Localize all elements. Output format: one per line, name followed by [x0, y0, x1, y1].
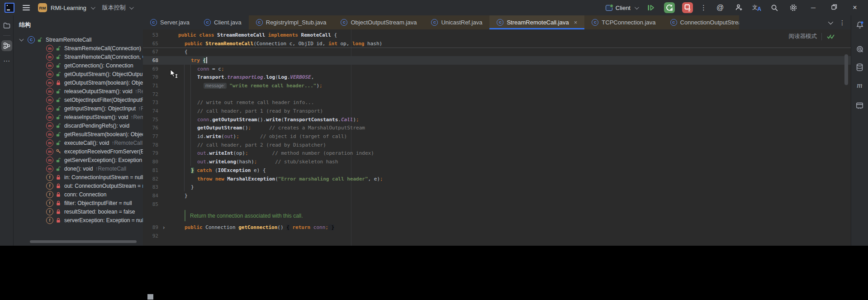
code-line[interactable]: 73// write out remote call header info..… [143, 99, 851, 107]
line-number[interactable]: 69 [143, 66, 158, 72]
structure-item[interactable]: mStreamRemoteCall(Connection, ObjID, int… [14, 52, 143, 61]
structure-item[interactable]: fin: ConnectionInputStream = null [14, 173, 143, 181]
ai-assistant-icon[interactable] [854, 43, 866, 55]
structure-item[interactable]: mreleaseInputStream(): void↑RemoteCall [14, 113, 143, 121]
line-number[interactable]: 70 [143, 74, 158, 80]
code-editor[interactable]: 53public class StreamRemoteCall implemen… [143, 29, 851, 246]
line-number[interactable]: 81 [143, 167, 158, 173]
notifications-bell-icon[interactable] [854, 19, 866, 31]
restore-button[interactable] [827, 4, 841, 11]
structure-item[interactable]: fout: ConnectionOutputStream = null [14, 181, 143, 190]
line-number[interactable]: 67 [143, 49, 158, 55]
device-explorer-icon[interactable] [854, 100, 866, 111]
tab-Client.java[interactable]: CClient.java [197, 15, 249, 29]
line-number[interactable]: 68 [143, 57, 158, 63]
line-number[interactable]: 92 [143, 233, 158, 239]
line-number[interactable]: 71 [143, 83, 158, 89]
line-number[interactable]: 74 [143, 108, 158, 114]
code-with-me-icon[interactable] [733, 2, 745, 14]
line-number[interactable]: 80 [143, 159, 158, 165]
tab-ObjectOutputStream.java[interactable]: CObjectOutputStream.java [333, 15, 424, 29]
structure-tool-icon[interactable] [1, 40, 12, 51]
tab-options-icon[interactable]: ⋮ [839, 19, 845, 26]
structure-item[interactable]: mgetOutputStream(): ObjectOutput↑RemoteC… [14, 70, 143, 78]
structure-item[interactable]: fserverException: Exception = null [14, 216, 143, 224]
editor-scrollbar[interactable] [844, 54, 848, 85]
tab-list-dropdown-icon[interactable] [828, 19, 833, 24]
database-icon[interactable] [854, 62, 866, 73]
line-number[interactable]: 75 [143, 117, 158, 123]
line-number[interactable]: 83 [143, 184, 158, 190]
rerun-button[interactable] [664, 2, 675, 13]
code-line[interactable]: 89›public Connection getConnection() { r… [143, 223, 851, 232]
line-number[interactable]: 76 [143, 125, 158, 131]
horizontal-scrollbar[interactable] [30, 240, 137, 243]
line-number[interactable]: 65 [143, 41, 158, 47]
settings-gear-icon[interactable] [787, 2, 799, 14]
code-line[interactable]: 92 [143, 232, 851, 240]
code-line[interactable]: 71message:"write remote call header...")… [143, 81, 851, 90]
code-line[interactable]: 70Transport.transportLog.log(Log.VERBOSE… [143, 73, 851, 81]
line-number[interactable]: 79 [143, 150, 158, 156]
structure-item[interactable]: ffilter: ObjectInputFilter = null [14, 199, 143, 207]
line-number[interactable]: 85 [143, 201, 158, 207]
line-number[interactable]: 53 [143, 32, 158, 38]
project-tool-icon[interactable] [1, 20, 12, 31]
minimize-button[interactable]: ─ [806, 4, 820, 11]
fold-marker-icon[interactable]: › [158, 225, 169, 230]
line-number[interactable]: 72 [143, 91, 158, 97]
code-line[interactable]: 78// call header, part 2 (read by Dispat… [143, 141, 851, 149]
tab-Server.java[interactable]: CServer.java [143, 15, 197, 29]
structure-item[interactable]: msetObjectInputFilter(ObjectInputFilter)… [14, 95, 143, 104]
code-line[interactable]: 77id.write(out); // object id (target of… [143, 132, 851, 141]
project-widget[interactable]: RM RMI-Learning [38, 3, 94, 12]
line-number[interactable]: 89 [143, 224, 158, 230]
code-line[interactable]: 53public class StreamRemoteCall implemen… [143, 31, 851, 39]
expand-chevron-icon[interactable] [19, 37, 24, 42]
run-configuration-widget[interactable]: Client [606, 5, 638, 11]
code-line[interactable]: 84} [143, 191, 851, 200]
structure-item[interactable]: fconn: Connection [14, 190, 143, 199]
structure-item[interactable]: mexecuteCall(): void↑RemoteCall [14, 138, 143, 147]
structure-item[interactable]: mgetInputStream(): ObjectInput↑RemoteCal… [14, 104, 143, 113]
translate-icon[interactable]: 文A [752, 4, 761, 12]
structure-item[interactable]: mdone(): void↑RemoteCall [14, 164, 143, 173]
structure-item[interactable]: fresultStarted: boolean = false [14, 207, 143, 216]
structure-item[interactable]: mexceptionReceivedFromServer(Exception):… [14, 147, 143, 156]
code-line[interactable]: 83} [143, 183, 851, 191]
code-line[interactable]: 82throw new MarshalException("Error mars… [143, 175, 851, 183]
structure-item[interactable]: mgetServerException(): Exception [14, 156, 143, 164]
line-number[interactable]: 82 [143, 176, 158, 182]
code-line[interactable]: 65public StreamRemoteCall(Connection c, … [143, 39, 851, 48]
code-line[interactable]: 85 [143, 200, 851, 209]
structure-item[interactable]: mgetConnection(): Connection [14, 61, 143, 70]
tab-UnicastRef.java[interactable]: CUnicastRef.java [424, 15, 489, 29]
maven-icon[interactable]: m [854, 80, 866, 91]
line-number[interactable]: 78 [143, 142, 158, 148]
structure-item[interactable]: mgetOutputStream(boolean): ObjectOutput [14, 78, 143, 87]
code-line[interactable]: 75conn.getOutputStream().write(Transport… [143, 115, 851, 124]
close-button[interactable]: × [848, 4, 862, 12]
tab-RegistryImpl_Stub.java[interactable]: CRegistryImpl_Stub.java [249, 15, 334, 29]
debug-resume-icon[interactable] [645, 2, 657, 14]
stop-button[interactable]: 2 [682, 2, 693, 13]
code-line[interactable]: 67{ [143, 48, 851, 56]
tab-close-icon[interactable]: × [574, 19, 578, 26]
tab-TCPConnection.java[interactable]: CTCPConnection.java [584, 15, 663, 29]
code-line[interactable]: 69conn = c; [143, 65, 851, 73]
code-line[interactable]: 76getOutputStream(); // creates a Marsha… [143, 124, 851, 133]
line-number[interactable]: 77 [143, 133, 158, 139]
code-line[interactable]: 80out.writeLong(hash); // stub/skeleton … [143, 157, 851, 166]
line-number[interactable]: 73 [143, 100, 158, 105]
vcs-widget[interactable]: 版本控制 [102, 4, 133, 12]
structure-item[interactable]: mdiscardPendingRefs(): void [14, 121, 143, 130]
code-line[interactable]: 79out.writeInt(op); // method number (op… [143, 149, 851, 158]
structure-item[interactable]: mreleaseOutputStream(): void↑RemoteCall [14, 87, 143, 95]
main-menu-icon[interactable] [23, 5, 30, 10]
reader-mode-label[interactable]: 阅读器模式 [789, 33, 817, 40]
code-line[interactable]: 72 [143, 90, 851, 99]
ai-spiral-icon[interactable]: @ [714, 2, 726, 14]
tab-ConnectionOutputStream.ja[interactable]: CConnectionOutputStream.ja [663, 15, 739, 29]
inspections-ok-icon[interactable] [826, 33, 835, 40]
tab-StreamRemoteCall.java[interactable]: CStreamRemoteCall.java× [489, 15, 584, 29]
